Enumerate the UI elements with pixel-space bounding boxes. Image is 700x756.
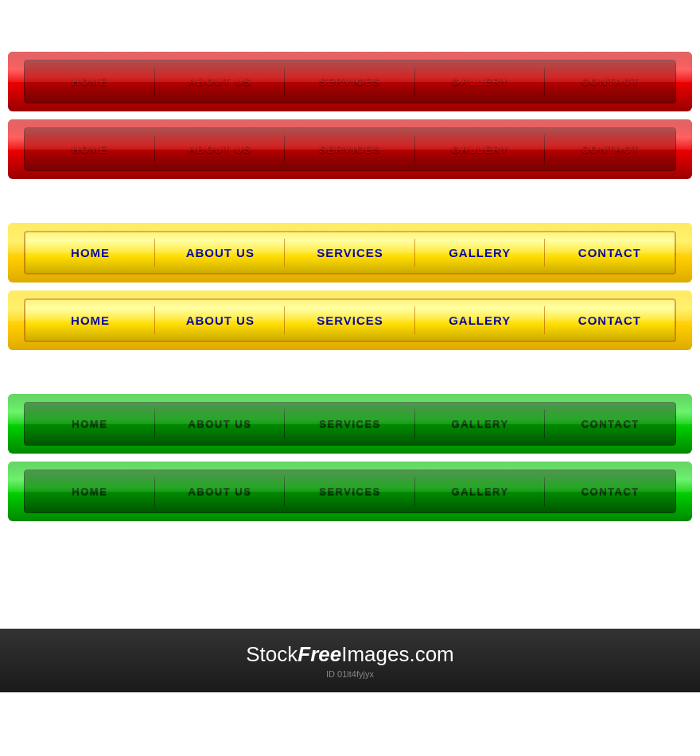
nav-home-green2[interactable]: HOME [25, 470, 155, 512]
nav-about-yellow2[interactable]: ABOUT US [155, 300, 285, 341]
nav-services-yellow1[interactable]: SERVICES [285, 232, 414, 273]
nav-about-red1[interactable]: ABOUT US [155, 60, 286, 103]
nav-contact-red1[interactable]: CONTACT [545, 60, 675, 103]
content-area: HOME ABOUT US SERVICES GALLERY CONTACT H… [0, 0, 700, 692]
nav-gallery-green1[interactable]: GALLERY [415, 403, 546, 445]
nav-home-red2[interactable]: HOME [25, 128, 155, 170]
nav-bar-green-1: HOME ABOUT US SERVICES GALLERY CONTACT [8, 394, 692, 454]
nav-home-green1[interactable]: HOME [25, 403, 155, 445]
nav-services-yellow2[interactable]: SERVICES [285, 300, 414, 341]
nav-contact-yellow1[interactable]: CONTACT [545, 232, 675, 273]
nav-about-green2[interactable]: ABOUT US [155, 470, 286, 512]
nav-items-green-2: HOME ABOUT US SERVICES GALLERY CONTACT [24, 470, 676, 513]
nav-gallery-red2[interactable]: GALLERY [415, 128, 546, 170]
nav-about-yellow1[interactable]: ABOUT US [155, 232, 285, 273]
nav-contact-green2[interactable]: CONTACT [545, 470, 675, 512]
nav-home-red1[interactable]: HOME [25, 60, 155, 103]
nav-services-red1[interactable]: SERVICES [285, 60, 415, 103]
nav-services-green2[interactable]: SERVICES [285, 470, 415, 512]
nav-gallery-green2[interactable]: GALLERY [415, 470, 546, 512]
nav-about-red2[interactable]: ABOUT US [155, 128, 286, 170]
nav-items-yellow-1: HOME ABOUT US SERVICES GALLERY CONTACT [24, 231, 676, 275]
nav-gallery-yellow1[interactable]: GALLERY [415, 232, 545, 273]
footer-image-id: ID 01lt4fyjyx [326, 669, 374, 679]
footer: StockFreeImages.com ID 01lt4fyjyx [0, 629, 700, 692]
footer-logo-domain: Images.com [341, 642, 454, 666]
nav-contact-yellow2[interactable]: CONTACT [545, 300, 675, 341]
nav-contact-green1[interactable]: CONTACT [545, 403, 675, 445]
nav-bar-red-1: HOME ABOUT US SERVICES GALLERY CONTACT [8, 52, 692, 111]
nav-items-yellow-2: HOME ABOUT US SERVICES GALLERY CONTACT [24, 298, 676, 342]
nav-bar-red-2: HOME ABOUT US SERVICES GALLERY CONTACT [8, 119, 692, 179]
nav-services-green1[interactable]: SERVICES [285, 403, 415, 445]
footer-logo-stock: Stock [246, 642, 298, 666]
nav-bar-yellow-1: HOME ABOUT US SERVICES GALLERY CONTACT [8, 223, 692, 283]
nav-items-red-2: HOME ABOUT US SERVICES GALLERY CONTACT [24, 127, 676, 171]
footer-logo-free: Free [298, 642, 341, 666]
nav-bar-yellow-2: HOME ABOUT US SERVICES GALLERY CONTACT [8, 290, 692, 350]
nav-items-red-1: HOME ABOUT US SERVICES GALLERY CONTACT [24, 60, 676, 103]
nav-bar-green-2: HOME ABOUT US SERVICES GALLERY CONTACT [8, 462, 692, 521]
nav-contact-red2[interactable]: CONTACT [545, 128, 675, 170]
nav-home-yellow1[interactable]: HOME [25, 232, 155, 273]
nav-about-green1[interactable]: ABOUT US [155, 403, 286, 445]
footer-logo: StockFreeImages.com [246, 642, 454, 667]
nav-gallery-red1[interactable]: GALLERY [415, 60, 546, 103]
nav-services-red2[interactable]: SERVICES [285, 128, 415, 170]
nav-items-green-1: HOME ABOUT US SERVICES GALLERY CONTACT [24, 402, 676, 446]
nav-home-yellow2[interactable]: HOME [25, 300, 155, 341]
nav-gallery-yellow2[interactable]: GALLERY [415, 300, 545, 341]
